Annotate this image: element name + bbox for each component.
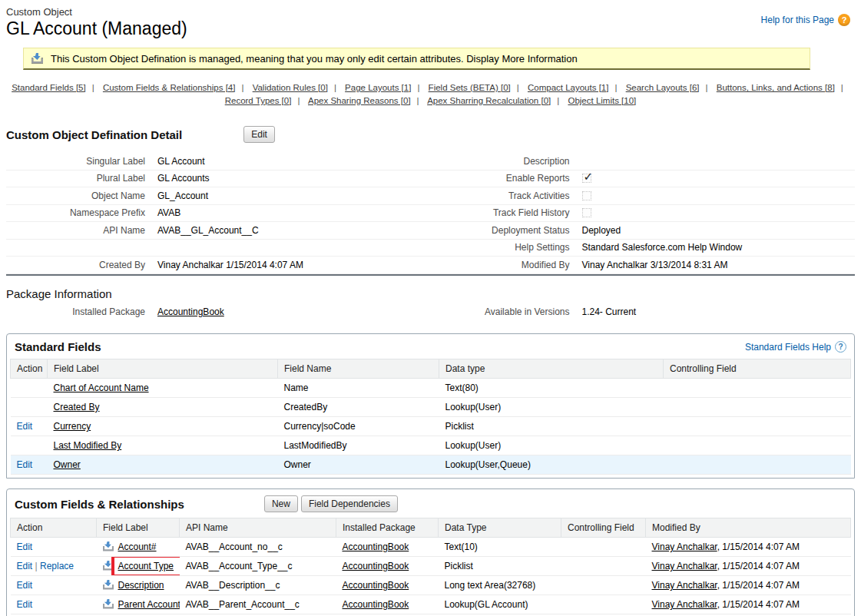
installed-package-link[interactable]: AccountingBook [343, 561, 409, 571]
controlling-field [664, 455, 851, 475]
edit-link[interactable]: Edit [17, 580, 33, 591]
detail-row: Available in Versions 1.24- Current [431, 303, 856, 321]
edit-link[interactable]: Edit [17, 421, 33, 432]
nav-compact-layouts[interactable]: Compact Layouts [1] [528, 83, 623, 92]
table-row: Created By CreatedBy Lookup(User) [11, 398, 851, 417]
edit-link[interactable]: Edit [17, 561, 33, 571]
nav-validation-rules[interactable]: Validation Rules [0] [253, 83, 343, 92]
nav-apex-sharing-recalculation[interactable]: Apex Sharring Recalculation [0] [427, 96, 565, 105]
replace-link[interactable]: Replace [40, 561, 74, 571]
data-type: Text(10) [439, 538, 561, 557]
standard-fields-help-link[interactable]: Standard Fields Help [745, 342, 831, 353]
field-label-link[interactable]: Description [118, 580, 164, 591]
col-data-type: Data type [439, 359, 664, 379]
field-label: Enable Reports [431, 173, 582, 184]
nav-buttons-links-actions-link[interactable]: Buttons, Links, and Actions [8] [717, 83, 835, 92]
help-question-icon[interactable]: ? [835, 341, 846, 353]
field-label: Description [431, 156, 582, 167]
nav-validation-rules-link[interactable]: Validation Rules [0] [253, 83, 328, 92]
field-label-link[interactable]: Parent Account [118, 599, 180, 610]
field-label: Track Activities [431, 190, 582, 201]
field-label-link[interactable]: Owner [54, 459, 81, 470]
nav-record-types-link[interactable]: Record Types [0] [225, 96, 292, 105]
nav-object-limits[interactable]: Object Limits [10] [568, 96, 636, 105]
edit-button[interactable]: Edit [243, 126, 275, 143]
detail-row: API NameAVAB__GL_Account__C [6, 222, 431, 240]
help-for-this-page[interactable]: Help for this Page ? [761, 14, 850, 26]
modified-by-link[interactable]: Vinay Anchalkar [652, 561, 717, 571]
field-label-link[interactable]: Currency [54, 421, 91, 432]
field-label-link[interactable]: Chart of Account Name [54, 383, 149, 393]
detail-section-title: Custom Object Defination Detail [6, 128, 182, 141]
field-name: Currency|soCode [278, 417, 439, 436]
field-value: 1.24- Current [582, 306, 637, 317]
nav-search-layouts-link[interactable]: Search Layouts [6] [626, 83, 700, 92]
nav-custom-fields-link[interactable]: Custom Fields & Relationships [4] [103, 83, 236, 92]
field-label-link[interactable]: Created By [54, 402, 100, 412]
detail-row: Track Activities [431, 187, 856, 205]
detail-row: Plural LabelGL Accounts [6, 171, 431, 188]
data-type: Long text Area(32768) [439, 576, 561, 595]
table-header-row: Action Field Label API Name Installed Pa… [11, 518, 851, 538]
field-label-link[interactable]: Account Type [118, 561, 174, 571]
nav-buttons-links-actions[interactable]: Buttons, Links, and Actions [8] [717, 83, 849, 92]
edit-link[interactable]: Edit [17, 541, 33, 552]
nav-page-layouts-link[interactable]: Page Layouts [1] [345, 83, 411, 92]
nav-standard-fields-link[interactable]: Standard Fields [5] [12, 83, 86, 92]
field-value: GL Account [157, 156, 205, 167]
nav-record-types[interactable]: Record Types [0] [225, 96, 306, 105]
modified-by-link[interactable]: Vinay Anchalkar [652, 599, 717, 610]
nav-standard-fields[interactable]: Standard Fields [5] [12, 83, 101, 92]
nav-compact-layouts-link[interactable]: Compact Layouts [1] [528, 83, 608, 92]
nav-field-sets[interactable]: Field Sets (BETA) [0] [429, 83, 525, 92]
field-label: Installed Package [6, 306, 157, 317]
help-for-this-page-link[interactable]: Help for this Page [761, 15, 834, 25]
field-dependencies-button[interactable]: Field Dependencies [301, 495, 398, 512]
nav-apex-sharing-reasons-link[interactable]: Apex Sharing Reasons [0] [308, 96, 411, 105]
installed-package-link[interactable]: AccountingBook [343, 541, 409, 552]
nav-search-layouts[interactable]: Search Layouts [6] [626, 83, 714, 92]
modified-by-link[interactable]: Vinay Anchalkar [652, 541, 717, 552]
controlling-field [561, 595, 646, 614]
detail-left-column: Singular LabelGL Account Plural LabelGL … [6, 153, 431, 274]
nav-custom-fields[interactable]: Custom Fields & Relationships [4] [103, 83, 250, 92]
data-type: Lookup(User) [439, 436, 664, 455]
page-title: GL Account (Managed) [6, 18, 187, 39]
nav-row-1: Standard Fields [5] Custom Fields & Rela… [0, 81, 861, 94]
field-label: Singular Label [6, 156, 157, 167]
nav-object-limits-link[interactable]: Object Limits [10] [568, 96, 636, 105]
nav-apex-sharing-recalculation-link[interactable]: Apex Sharring Recalculation [0] [427, 96, 551, 105]
custom-fields-table: Action Field Label API Name Installed Pa… [10, 518, 851, 614]
enable-reports-checkbox [582, 174, 591, 183]
track-field-history-checkbox [582, 208, 591, 217]
nav-page-layouts[interactable]: Page Layouts [1] [345, 83, 426, 92]
col-installed-package: Installed Package [336, 518, 439, 538]
new-button[interactable]: New [264, 495, 298, 512]
field-label: Plural Label [6, 173, 157, 184]
edit-link[interactable]: Edit [17, 599, 33, 610]
table-row-highlighted: Edit Owner Owner Lookup(User,Queue) [11, 455, 851, 475]
installed-package-link[interactable]: AccountingBook [343, 580, 409, 591]
edit-link[interactable]: Edit [17, 459, 33, 470]
banner-text: This Custom Object Defination is managed… [51, 53, 578, 65]
field-label-link[interactable]: Account# [118, 541, 157, 552]
help-question-icon[interactable]: ? [838, 14, 850, 26]
col-api-name: API Name [180, 518, 336, 538]
installed-package-link[interactable]: AccountingBook [343, 599, 409, 610]
installed-package-link[interactable]: AccountingBook [157, 306, 224, 317]
nav-apex-sharing-reasons[interactable]: Apex Sharing Reasons [0] [308, 96, 426, 105]
modified-by-date: , 1/15/2014 4:07 AM [717, 541, 800, 552]
detail-spacer-row [6, 240, 431, 257]
detail-row: Track Field History [431, 205, 856, 223]
col-modified-by: Modified By [646, 518, 851, 538]
field-label: API Name [6, 225, 157, 236]
modified-by-date: , 1/15/2014 4:07 AM [717, 599, 800, 610]
controlling-field [664, 398, 851, 417]
modified-by-date: , 1/15/2014 4:07 AM [717, 561, 800, 571]
table-row: Edit Currency Currency|soCode Picklist [11, 417, 851, 436]
field-name: CreatedBy [278, 398, 439, 417]
nav-field-sets-link[interactable]: Field Sets (BETA) [0] [429, 83, 511, 92]
field-label-link[interactable]: Last Modified By [54, 440, 122, 451]
standard-fields-help[interactable]: Standard Fields Help ? [745, 341, 846, 353]
modified-by-link[interactable]: Vinay Anchalkar [652, 580, 717, 591]
